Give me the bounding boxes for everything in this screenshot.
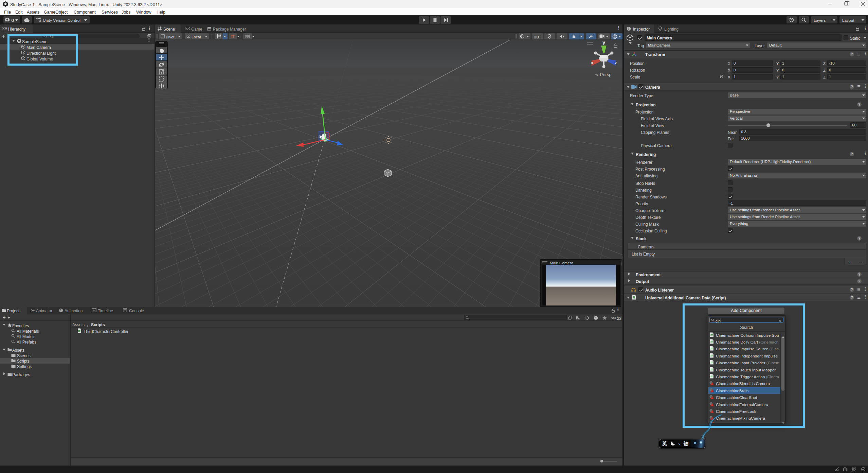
svg-text:x: x: [591, 60, 594, 65]
svg-text:⋖ Persp: ⋖ Persp: [595, 72, 611, 77]
svg-text:z: z: [615, 60, 617, 65]
svg-text:Y: Y: [220, 34, 221, 36]
svg-text:y: y: [602, 40, 605, 45]
